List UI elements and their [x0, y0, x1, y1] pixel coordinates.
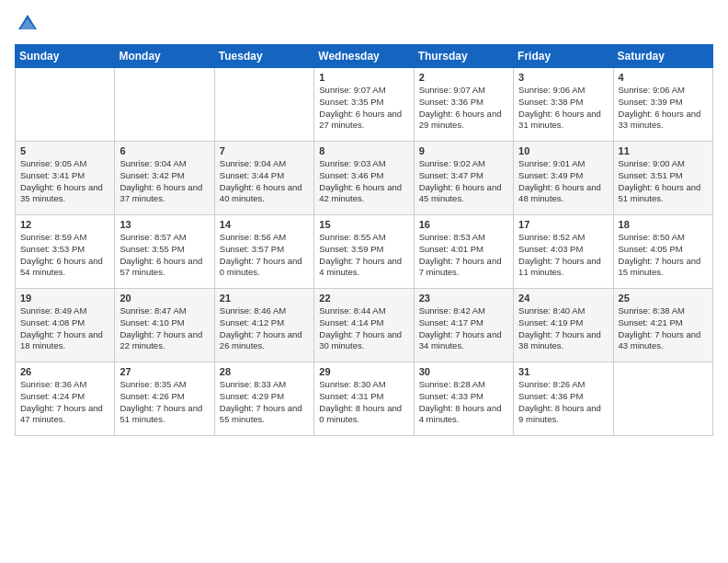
- day-info: Sunrise: 8:42 AM Sunset: 4:17 PM Dayligh…: [419, 305, 508, 352]
- day-cell: 9Sunrise: 9:02 AM Sunset: 3:47 PM Daylig…: [414, 142, 513, 215]
- day-info: Sunrise: 8:55 AM Sunset: 3:59 PM Dayligh…: [319, 232, 408, 279]
- day-number: 2: [419, 72, 508, 83]
- day-cell: 20Sunrise: 8:47 AM Sunset: 4:10 PM Dayli…: [115, 289, 214, 362]
- day-info: Sunrise: 9:00 AM Sunset: 3:51 PM Dayligh…: [619, 158, 708, 205]
- day-cell: 3Sunrise: 9:06 AM Sunset: 3:38 PM Daylig…: [514, 68, 613, 142]
- day-cell: 28Sunrise: 8:33 AM Sunset: 4:29 PM Dayli…: [214, 362, 313, 436]
- day-info: Sunrise: 9:04 AM Sunset: 3:42 PM Dayligh…: [119, 158, 209, 205]
- logo-icon: [15, 11, 40, 37]
- day-info: Sunrise: 8:44 AM Sunset: 4:14 PM Dayligh…: [319, 305, 408, 352]
- week-row-2: 5Sunrise: 9:05 AM Sunset: 3:41 PM Daylig…: [16, 142, 713, 215]
- day-info: Sunrise: 8:49 AM Sunset: 4:08 PM Dayligh…: [20, 305, 109, 352]
- day-cell: 14Sunrise: 8:56 AM Sunset: 3:57 PM Dayli…: [214, 215, 313, 289]
- day-cell: 2Sunrise: 9:07 AM Sunset: 3:36 PM Daylig…: [414, 68, 513, 142]
- day-number: 3: [518, 72, 608, 83]
- day-number: 1: [319, 72, 408, 83]
- day-cell: 16Sunrise: 8:53 AM Sunset: 4:01 PM Dayli…: [414, 215, 513, 289]
- header: [15, 11, 713, 37]
- day-cell: [613, 362, 712, 436]
- day-number: 9: [419, 145, 508, 156]
- week-row-4: 19Sunrise: 8:49 AM Sunset: 4:08 PM Dayli…: [16, 289, 713, 362]
- day-cell: 27Sunrise: 8:35 AM Sunset: 4:26 PM Dayli…: [115, 362, 214, 436]
- day-info: Sunrise: 9:06 AM Sunset: 3:38 PM Dayligh…: [518, 85, 608, 132]
- day-cell: 10Sunrise: 9:01 AM Sunset: 3:49 PM Dayli…: [514, 142, 613, 215]
- day-info: Sunrise: 9:02 AM Sunset: 3:47 PM Dayligh…: [419, 158, 508, 205]
- day-cell: [16, 68, 115, 142]
- day-number: 27: [119, 366, 209, 377]
- day-cell: 23Sunrise: 8:42 AM Sunset: 4:17 PM Dayli…: [414, 289, 513, 362]
- day-info: Sunrise: 8:40 AM Sunset: 4:19 PM Dayligh…: [518, 305, 608, 352]
- day-cell: 31Sunrise: 8:26 AM Sunset: 4:36 PM Dayli…: [514, 362, 613, 436]
- day-info: Sunrise: 9:05 AM Sunset: 3:41 PM Dayligh…: [20, 158, 109, 205]
- day-number: 8: [319, 145, 408, 156]
- day-number: 12: [20, 219, 109, 230]
- day-cell: 24Sunrise: 8:40 AM Sunset: 4:19 PM Dayli…: [514, 289, 613, 362]
- day-number: 26: [20, 366, 109, 377]
- day-number: 31: [518, 366, 608, 377]
- day-info: Sunrise: 8:57 AM Sunset: 3:55 PM Dayligh…: [119, 232, 209, 279]
- day-number: 11: [619, 145, 708, 156]
- day-number: 18: [619, 219, 708, 230]
- day-number: 15: [319, 219, 408, 230]
- day-cell: 7Sunrise: 9:04 AM Sunset: 3:44 PM Daylig…: [214, 142, 313, 215]
- day-info: Sunrise: 8:38 AM Sunset: 4:21 PM Dayligh…: [619, 305, 708, 352]
- day-number: 10: [518, 145, 608, 156]
- day-number: 19: [20, 293, 109, 304]
- day-number: 30: [419, 366, 508, 377]
- day-number: 16: [419, 219, 508, 230]
- day-number: 5: [20, 145, 109, 156]
- day-cell: 19Sunrise: 8:49 AM Sunset: 4:08 PM Dayli…: [16, 289, 115, 362]
- day-info: Sunrise: 8:35 AM Sunset: 4:26 PM Dayligh…: [119, 379, 209, 426]
- day-cell: 18Sunrise: 8:50 AM Sunset: 4:05 PM Dayli…: [613, 215, 712, 289]
- day-info: Sunrise: 8:28 AM Sunset: 4:33 PM Dayligh…: [419, 379, 508, 426]
- logo: [15, 11, 44, 37]
- day-cell: 12Sunrise: 8:59 AM Sunset: 3:53 PM Dayli…: [16, 215, 115, 289]
- day-cell: 29Sunrise: 8:30 AM Sunset: 4:31 PM Dayli…: [314, 362, 414, 436]
- day-number: 13: [119, 219, 209, 230]
- day-number: 17: [518, 219, 608, 230]
- calendar-body: 1Sunrise: 9:07 AM Sunset: 3:35 PM Daylig…: [16, 68, 713, 436]
- day-of-week-tuesday: Tuesday: [214, 45, 313, 68]
- day-info: Sunrise: 8:46 AM Sunset: 4:12 PM Dayligh…: [220, 305, 309, 352]
- day-cell: 26Sunrise: 8:36 AM Sunset: 4:24 PM Dayli…: [16, 362, 115, 436]
- day-of-week-thursday: Thursday: [414, 45, 513, 68]
- day-of-week-friday: Friday: [514, 45, 613, 68]
- day-number: 22: [319, 293, 408, 304]
- day-of-week-sunday: Sunday: [16, 45, 115, 68]
- day-info: Sunrise: 8:47 AM Sunset: 4:10 PM Dayligh…: [119, 305, 209, 352]
- day-info: Sunrise: 8:52 AM Sunset: 4:03 PM Dayligh…: [518, 232, 608, 279]
- day-cell: 8Sunrise: 9:03 AM Sunset: 3:46 PM Daylig…: [314, 142, 414, 215]
- day-number: 20: [119, 293, 209, 304]
- day-cell: 30Sunrise: 8:28 AM Sunset: 4:33 PM Dayli…: [414, 362, 513, 436]
- day-cell: 17Sunrise: 8:52 AM Sunset: 4:03 PM Dayli…: [514, 215, 613, 289]
- day-info: Sunrise: 8:33 AM Sunset: 4:29 PM Dayligh…: [220, 379, 309, 426]
- day-cell: 21Sunrise: 8:46 AM Sunset: 4:12 PM Dayli…: [214, 289, 313, 362]
- day-cell: 25Sunrise: 8:38 AM Sunset: 4:21 PM Dayli…: [613, 289, 712, 362]
- day-info: Sunrise: 8:30 AM Sunset: 4:31 PM Dayligh…: [319, 379, 408, 426]
- day-info: Sunrise: 9:06 AM Sunset: 3:39 PM Dayligh…: [619, 85, 708, 132]
- day-info: Sunrise: 8:26 AM Sunset: 4:36 PM Dayligh…: [518, 379, 608, 426]
- day-info: Sunrise: 8:53 AM Sunset: 4:01 PM Dayligh…: [419, 232, 508, 279]
- day-number: 25: [619, 293, 708, 304]
- day-info: Sunrise: 9:04 AM Sunset: 3:44 PM Dayligh…: [220, 158, 309, 205]
- day-number: 7: [220, 145, 309, 156]
- day-info: Sunrise: 8:59 AM Sunset: 3:53 PM Dayligh…: [20, 232, 109, 279]
- day-cell: 4Sunrise: 9:06 AM Sunset: 3:39 PM Daylig…: [613, 68, 712, 142]
- day-info: Sunrise: 8:36 AM Sunset: 4:24 PM Dayligh…: [20, 379, 109, 426]
- day-number: 21: [220, 293, 309, 304]
- day-info: Sunrise: 9:01 AM Sunset: 3:49 PM Dayligh…: [518, 158, 608, 205]
- days-of-week-row: SundayMondayTuesdayWednesdayThursdayFrid…: [16, 45, 713, 68]
- calendar-table: SundayMondayTuesdayWednesdayThursdayFrid…: [15, 44, 713, 436]
- calendar-header: SundayMondayTuesdayWednesdayThursdayFrid…: [16, 45, 713, 68]
- day-number: 28: [220, 366, 309, 377]
- day-number: 29: [319, 366, 408, 377]
- day-of-week-saturday: Saturday: [613, 45, 712, 68]
- week-row-3: 12Sunrise: 8:59 AM Sunset: 3:53 PM Dayli…: [16, 215, 713, 289]
- week-row-1: 1Sunrise: 9:07 AM Sunset: 3:35 PM Daylig…: [16, 68, 713, 142]
- day-cell: 15Sunrise: 8:55 AM Sunset: 3:59 PM Dayli…: [314, 215, 414, 289]
- day-cell: 22Sunrise: 8:44 AM Sunset: 4:14 PM Dayli…: [314, 289, 414, 362]
- day-number: 24: [518, 293, 608, 304]
- day-number: 6: [119, 145, 209, 156]
- day-info: Sunrise: 9:03 AM Sunset: 3:46 PM Dayligh…: [319, 158, 408, 205]
- day-cell: [115, 68, 214, 142]
